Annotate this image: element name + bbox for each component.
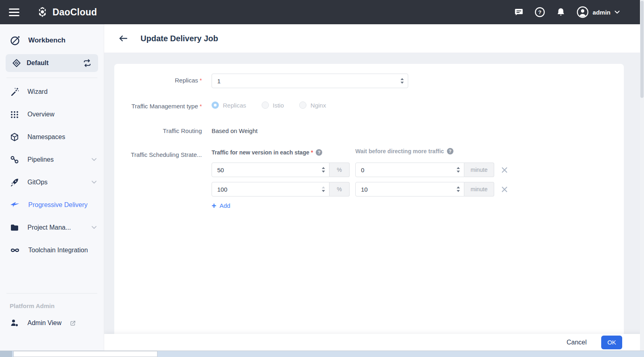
sidebar-item-namespaces[interactable]: Namespaces [0,126,104,148]
bird-icon [10,200,20,210]
delete-stage-icon[interactable] [501,186,508,193]
sidebar-item-toolchain-integration[interactable]: Toolchain Integration [0,239,104,262]
avatar [577,6,589,18]
top-header-bar: DaoCloud ? [0,0,644,24]
vertical-scrollbar-thumb[interactable] [640,1,644,98]
stepper[interactable] [319,167,329,173]
stage2-traffic-input-box [212,182,329,196]
workbench-icon [10,35,21,46]
rocket-icon [10,177,19,187]
required-asterisk: * [200,77,202,84]
admin-user-icon [10,318,19,328]
menu-icon[interactable] [9,8,19,16]
sidebar: Workbench Default [0,24,104,351]
chevron-down-icon [92,158,96,161]
infinity-icon [10,245,20,255]
help-icon[interactable]: ? [316,149,322,156]
replicas-stepper[interactable] [398,78,408,84]
stage2-wait-input[interactable] [356,186,454,193]
percent-unit-addon: % [329,182,350,196]
workspace-icon [12,59,21,68]
step-down-icon[interactable] [457,190,460,192]
chevron-down-icon [92,181,96,184]
brand-logo: DaoCloud [36,6,97,18]
stage1-traffic-input-box [212,163,329,177]
workspace-selector[interactable]: Default [6,54,98,72]
vertical-scrollbar[interactable] [640,0,644,351]
step-up-icon[interactable] [401,78,404,80]
page-header: Update Delivery Job [104,24,644,53]
replicas-input[interactable] [212,78,398,84]
add-label: Add [220,202,231,209]
step-down-icon[interactable] [457,171,460,173]
stepper[interactable] [454,167,464,173]
sidebar-item-pipelines[interactable]: Pipelines [0,148,104,171]
replicas-input-box [212,74,408,88]
admin-view-label: Admin View [27,319,61,327]
traffic-routing-label: Traffic Routing [114,127,202,134]
stage-row-2: % minute [212,182,508,196]
grid-icon [10,110,19,119]
page-title: Update Delivery Job [141,34,218,43]
sidebar-item-progressive-delivery[interactable]: Progressive Delivery [0,194,104,216]
stage2-traffic-input[interactable] [212,186,319,193]
cube-icon [10,132,19,142]
add-stage-button[interactable]: + Add [212,202,230,209]
help-icon[interactable]: ? [447,148,453,154]
traffic-scheduling-strategy-label: Traffic Scheduling Strate... [114,151,202,158]
user-menu[interactable]: admin [577,6,620,18]
brand-name: DaoCloud [52,7,97,18]
stepper[interactable] [319,186,329,192]
form-card: Replicas* Traffic Management type* [114,64,624,334]
help-icon[interactable]: ? [535,7,545,17]
sidebar-item-project-management[interactable]: Project Mana... [0,216,104,239]
horizontal-scrollbar-thumb[interactable] [13,351,157,357]
external-link-icon [69,320,76,327]
minute-unit-addon: minute [464,163,494,177]
radio-nginx[interactable]: Nginx [299,101,326,109]
message-icon[interactable] [514,7,524,17]
radio-unselected-icon [262,101,269,109]
stage1-wait-input-box [355,163,464,177]
delete-stage-icon[interactable] [501,166,508,173]
stage-column-header: Traffic for new version in each stage* ? [212,149,322,156]
step-up-icon[interactable] [457,186,460,188]
sidebar-item-wizard[interactable]: Wizard [0,80,104,103]
sidebar-item-overview[interactable]: Overview [0,103,104,126]
cancel-button[interactable]: Cancel [566,339,587,346]
scrollbar-corner [0,351,12,357]
step-down-icon[interactable] [322,171,325,173]
folder-icon [10,223,19,232]
bell-icon[interactable] [556,7,566,17]
sidebar-item-gitops[interactable]: GitOps [0,171,104,194]
sidebar-divider [6,78,97,78]
chevron-down-icon [92,226,96,229]
footer-action-bar: Cancel OK [104,334,644,351]
platform-admin-section-label: Platform Admin [0,294,104,312]
plus-icon: + [212,203,216,209]
chevron-down-icon [615,11,620,14]
ok-button[interactable]: OK [601,336,622,349]
step-up-icon[interactable] [457,167,460,169]
step-up-icon[interactable] [322,167,325,169]
stage1-traffic-input[interactable] [212,167,319,173]
traffic-routing-value: Based on Weight [212,127,258,134]
stepper[interactable] [454,186,464,192]
stage1-wait-input[interactable] [356,167,454,173]
stage2-wait-input-box [355,182,464,196]
sidebar-item-admin-view[interactable]: Admin View [0,312,104,334]
daocloud-logo-icon [36,6,48,18]
radio-replicas[interactable]: Replicas [212,101,246,109]
wait-column-header: Wait before directing more traffic ? [355,148,453,154]
back-arrow-icon[interactable] [118,33,128,44]
sidebar-item-workbench[interactable]: Workbench [0,24,104,46]
horizontal-scrollbar[interactable] [0,351,644,357]
step-down-icon[interactable] [401,82,404,84]
radio-unselected-icon [299,101,306,109]
radio-istio[interactable]: Istio [262,101,284,109]
required-asterisk: * [200,103,202,110]
workspace-name: Default [27,59,77,67]
replicas-label: Replicas* [114,77,202,84]
step-down-icon[interactable] [322,190,325,192]
switch-workspace-icon[interactable] [83,59,92,68]
